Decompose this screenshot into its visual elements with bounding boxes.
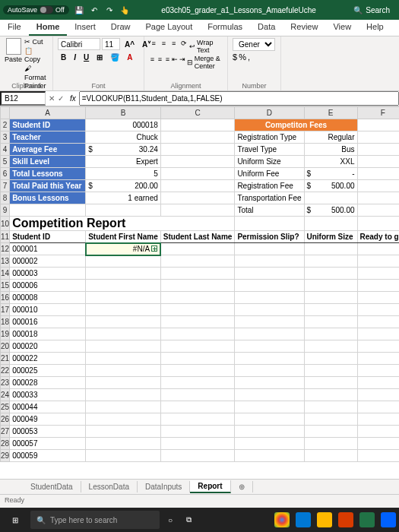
cell[interactable] bbox=[235, 304, 304, 316]
cell[interactable] bbox=[357, 204, 399, 217]
cell[interactable]: 000049 bbox=[10, 413, 86, 426]
cell[interactable]: 5 bbox=[86, 168, 161, 180]
grow-font-button[interactable]: A^ bbox=[122, 39, 138, 50]
cell[interactable] bbox=[86, 280, 161, 292]
cell[interactable] bbox=[160, 204, 235, 217]
cell[interactable]: 000020 bbox=[10, 340, 86, 353]
edge-icon[interactable] bbox=[296, 512, 311, 527]
sheet-tab[interactable]: StudentData bbox=[23, 481, 81, 492]
row-header[interactable]: 29 bbox=[1, 450, 10, 462]
cell[interactable]: Student ID bbox=[10, 231, 86, 243]
tab-home[interactable]: Home bbox=[29, 20, 68, 36]
cell[interactable] bbox=[160, 328, 235, 340]
row-header[interactable]: 21 bbox=[1, 353, 10, 365]
save-icon[interactable]: 💾 bbox=[74, 5, 84, 15]
office-icon[interactable] bbox=[338, 512, 353, 527]
cell[interactable] bbox=[86, 450, 161, 462]
cell[interactable] bbox=[160, 304, 235, 316]
redo-icon[interactable]: ↷ bbox=[104, 5, 115, 15]
cell[interactable]: Uniform Size bbox=[235, 156, 304, 168]
font-name-select[interactable] bbox=[58, 38, 100, 50]
excel-icon[interactable] bbox=[359, 512, 375, 527]
cell[interactable] bbox=[235, 280, 304, 292]
align-middle-button[interactable]: ≡ bbox=[159, 38, 168, 49]
cell[interactable] bbox=[86, 365, 161, 377]
cell[interactable] bbox=[357, 255, 399, 268]
col-header[interactable]: A bbox=[10, 107, 86, 119]
cell[interactable] bbox=[86, 255, 161, 268]
cell[interactable] bbox=[86, 292, 161, 304]
fx-icon[interactable]: fx bbox=[67, 94, 79, 103]
cell[interactable]: 000002 bbox=[10, 255, 86, 268]
cell[interactable] bbox=[86, 340, 161, 353]
cell[interactable]: 000053 bbox=[10, 426, 86, 438]
cell[interactable]: 000057 bbox=[10, 438, 86, 450]
cell[interactable] bbox=[235, 255, 304, 268]
cell[interactable]: 000028 bbox=[10, 377, 86, 389]
cell[interactable]: $- bbox=[304, 168, 357, 180]
border-button[interactable]: ⊞ bbox=[93, 52, 106, 63]
cell[interactable] bbox=[86, 377, 161, 389]
cell[interactable] bbox=[160, 389, 235, 401]
cell[interactable]: 000044 bbox=[10, 401, 86, 413]
row-header[interactable]: 10 bbox=[1, 217, 10, 231]
percent-button[interactable]: % bbox=[239, 52, 246, 62]
cell[interactable] bbox=[160, 243, 235, 255]
col-header[interactable]: F bbox=[357, 107, 399, 119]
autosave-toggle[interactable]: AutoSave Off bbox=[3, 5, 69, 14]
cell[interactable] bbox=[160, 180, 235, 192]
cell[interactable] bbox=[304, 377, 357, 389]
undo-icon[interactable]: ↶ bbox=[89, 5, 100, 15]
start-button[interactable]: ⊞ bbox=[3, 509, 27, 530]
cell[interactable] bbox=[304, 292, 357, 304]
cell[interactable] bbox=[160, 268, 235, 280]
cell[interactable] bbox=[357, 180, 399, 192]
row-header[interactable]: 8 bbox=[1, 192, 10, 204]
cell[interactable] bbox=[86, 389, 161, 401]
cell[interactable]: 000025 bbox=[10, 365, 86, 377]
align-top-button[interactable]: ≡ bbox=[149, 38, 158, 49]
row-header[interactable]: 28 bbox=[1, 438, 10, 450]
tab-file[interactable]: File bbox=[0, 20, 29, 36]
cell[interactable]: Regular bbox=[304, 131, 357, 144]
formula-bar[interactable] bbox=[79, 91, 399, 106]
cell[interactable] bbox=[160, 131, 235, 144]
cell[interactable] bbox=[304, 304, 357, 316]
cell[interactable] bbox=[304, 316, 357, 328]
cell[interactable] bbox=[235, 292, 304, 304]
cell[interactable]: Student First Name bbox=[86, 231, 161, 243]
col-header[interactable]: D bbox=[235, 107, 304, 119]
row-header[interactable]: 9 bbox=[1, 204, 10, 217]
cell[interactable]: 000018 bbox=[10, 328, 86, 340]
tab-formulas[interactable]: Formulas bbox=[200, 20, 250, 36]
cell[interactable] bbox=[160, 401, 235, 413]
tab-insert[interactable]: Insert bbox=[67, 20, 103, 36]
cell[interactable]: $200.00 bbox=[86, 180, 161, 192]
indent-right-button[interactable]: ⇥ bbox=[179, 54, 186, 65]
cell[interactable] bbox=[357, 316, 399, 328]
cell[interactable] bbox=[304, 401, 357, 413]
cell[interactable]: Chuck bbox=[86, 131, 161, 144]
cell[interactable] bbox=[160, 426, 235, 438]
cell[interactable]: 000033 bbox=[10, 389, 86, 401]
explorer-icon[interactable] bbox=[317, 512, 332, 527]
cell[interactable] bbox=[86, 204, 161, 217]
cell[interactable] bbox=[304, 426, 357, 438]
cell[interactable] bbox=[357, 328, 399, 340]
cell[interactable]: Registration Type bbox=[235, 131, 304, 144]
cell[interactable] bbox=[86, 268, 161, 280]
comma-button[interactable]: , bbox=[248, 52, 250, 62]
cell[interactable] bbox=[304, 243, 357, 255]
cell[interactable]: Total bbox=[235, 204, 304, 217]
tab-draw[interactable]: Draw bbox=[103, 20, 138, 36]
cell[interactable] bbox=[160, 255, 235, 268]
cell[interactable]: $30.24 bbox=[86, 144, 161, 156]
cell[interactable] bbox=[86, 438, 161, 450]
cell[interactable] bbox=[160, 168, 235, 180]
cell[interactable] bbox=[160, 192, 235, 204]
row-header[interactable]: 17 bbox=[1, 304, 10, 316]
cell[interactable] bbox=[160, 353, 235, 365]
cell[interactable]: Total Lessons bbox=[10, 168, 86, 180]
cell[interactable] bbox=[235, 243, 304, 255]
underline-button[interactable]: U bbox=[81, 52, 92, 63]
